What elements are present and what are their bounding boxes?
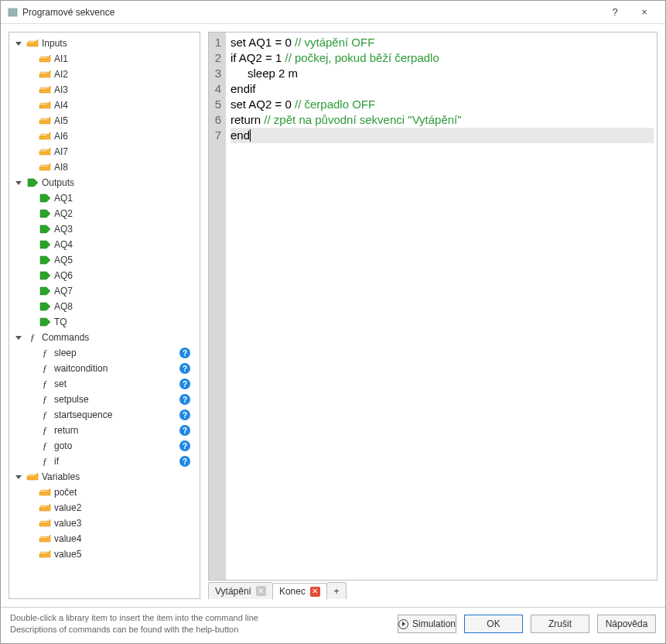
tree-item-label: return — [54, 425, 78, 436]
tree-item[interactable]: ƒgoto? — [9, 438, 200, 454]
sequence-tabs: Vytápění✕Konec✕+ — [208, 581, 657, 599]
tree-group-inputs[interactable]: Inputs — [9, 36, 200, 51]
code-line[interactable]: sleep 2 m — [231, 66, 654, 81]
folder-icon — [39, 84, 51, 95]
code-line[interactable]: endif — [231, 81, 654, 97]
code-line[interactable]: if AQ2 = 1 // počkej, pokud běží čerpadl… — [231, 50, 654, 66]
help-icon[interactable]: ? — [179, 363, 190, 374]
tree-item-label: AI8 — [54, 162, 68, 173]
function-icon: ƒ — [26, 331, 39, 344]
tree-item[interactable]: AQ5 — [9, 252, 200, 268]
tree-item[interactable]: AI5 — [9, 113, 200, 128]
tree-item[interactable]: value4 — [9, 531, 200, 546]
tree-item[interactable]: TQ — [9, 314, 200, 330]
sequence-tab[interactable]: Konec✕ — [272, 583, 327, 600]
tree-group-outputs[interactable]: Outputs — [9, 175, 200, 190]
help-icon[interactable]: ? — [179, 440, 190, 451]
close-tab-icon[interactable]: ✕ — [310, 587, 320, 597]
tree-item-label: AQ2 — [54, 208, 73, 219]
help-icon[interactable]: ? — [179, 379, 190, 389]
code-editor[interactable]: 1234567 set AQ1 = 0 // vytápění OFFif AQ… — [208, 32, 657, 581]
output-icon — [39, 224, 51, 235]
line-number: 4 — [213, 81, 221, 97]
folder-icon — [39, 518, 51, 529]
tree-item[interactable]: AI1 — [9, 51, 200, 67]
folder-icon — [39, 115, 51, 126]
line-number: 6 — [213, 112, 221, 128]
expander-icon[interactable] — [14, 333, 23, 342]
folder-icon — [39, 131, 51, 142]
svg-marker-16 — [39, 134, 48, 136]
close-tab-icon[interactable]: ✕ — [256, 586, 266, 596]
tree-group-commands[interactable]: ƒCommands — [9, 330, 200, 345]
library-tree[interactable]: InputsAI1AI2AI3AI4AI5AI6AI7AI8OutputsAQ1… — [9, 32, 200, 599]
tree-item[interactable]: ƒreturn? — [9, 423, 200, 438]
add-tab-button[interactable]: + — [326, 582, 347, 599]
svg-marker-8 — [39, 72, 48, 74]
folder-icon — [39, 549, 51, 560]
tree-item[interactable]: AQ2 — [9, 206, 200, 221]
help-icon[interactable]: ? — [179, 425, 190, 436]
tree-item-label: waitcondition — [54, 363, 108, 374]
tree-item-label: AI6 — [54, 131, 68, 142]
tree-item[interactable]: AQ4 — [9, 237, 200, 252]
code-comment: // počkej, pokud běží čerpadlo — [285, 50, 439, 66]
sequence-tab[interactable]: Vytápění✕ — [208, 582, 273, 599]
editor-wrap: 1234567 set AQ1 = 0 // vytápění OFFif AQ… — [208, 32, 657, 599]
function-icon: ƒ — [39, 378, 51, 390]
svg-marker-12 — [39, 103, 48, 105]
code-line[interactable]: set AQ2 = 0 // čerpadlo OFF — [231, 97, 654, 112]
help-icon[interactable]: ? — [179, 348, 190, 358]
tab-label: + — [333, 586, 339, 597]
expander-icon[interactable] — [14, 39, 23, 48]
tree-item[interactable]: AI7 — [9, 144, 200, 159]
tree-item[interactable]: value3 — [9, 516, 200, 531]
tree-item[interactable]: AI6 — [9, 128, 200, 144]
ok-button[interactable]: OK — [464, 615, 523, 633]
help-icon[interactable]: ? — [179, 409, 190, 420]
tree-item[interactable]: ƒstartsequence? — [9, 407, 200, 423]
close-button[interactable]: × — [630, 1, 659, 24]
tree-item[interactable]: počet — [9, 485, 200, 500]
tree-item[interactable]: ƒset? — [9, 376, 200, 392]
output-icon — [39, 317, 51, 327]
tree-item[interactable]: AQ1 — [9, 190, 200, 206]
tree-group-variables[interactable]: Variables — [9, 469, 200, 485]
help-icon[interactable]: ? — [179, 394, 190, 405]
help-button[interactable]: ? — [600, 1, 630, 24]
tree-item-label: value3 — [54, 518, 81, 529]
tree-item[interactable]: ƒsetpulse? — [9, 392, 200, 407]
titlebar: Programové sekvence ? × — [1, 1, 665, 24]
svg-rect-0 — [9, 9, 11, 16]
tree-item[interactable]: ƒif? — [9, 454, 200, 469]
code-line[interactable]: end — [231, 128, 654, 143]
tree-item[interactable]: AQ7 — [9, 283, 200, 299]
function-icon: ƒ — [39, 455, 51, 468]
cancel-button[interactable]: Zrušit — [531, 615, 589, 633]
tree-item[interactable]: AQ8 — [9, 299, 200, 314]
simulation-button[interactable]: Simulation — [398, 615, 456, 633]
tree-item[interactable]: AQ6 — [9, 268, 200, 283]
code-area[interactable]: set AQ1 = 0 // vytápění OFFif AQ2 = 1 //… — [226, 33, 657, 580]
text-caret — [250, 129, 251, 142]
tree-item[interactable]: ƒwaitcondition? — [9, 361, 200, 376]
code-line[interactable]: return // zpět na původní sekvenci "Vytá… — [231, 112, 654, 128]
tree-item[interactable]: value5 — [9, 546, 200, 562]
tree-item[interactable]: ƒsleep? — [9, 345, 200, 361]
tree-item[interactable]: AI4 — [9, 98, 200, 113]
code-line[interactable]: set AQ1 = 0 // vytápění OFF — [231, 35, 654, 50]
main-area: InputsAI1AI2AI3AI4AI5AI6AI7AI8OutputsAQ1… — [1, 24, 665, 607]
tree-item[interactable]: AQ3 — [9, 221, 200, 237]
tree-item[interactable]: AI2 — [9, 67, 200, 82]
tree-item-label: AQ1 — [54, 193, 73, 204]
help-icon[interactable]: ? — [179, 456, 190, 467]
tree-item[interactable]: AI8 — [9, 159, 200, 175]
expander-icon[interactable] — [14, 472, 23, 481]
tree-item[interactable]: value2 — [9, 500, 200, 516]
tree-item-label: AQ8 — [54, 301, 73, 312]
code-comment: // zpět na původní sekvenci "Vytápění" — [264, 112, 461, 128]
expander-icon[interactable] — [14, 178, 23, 187]
tree-item[interactable]: AI3 — [9, 82, 200, 98]
help-footer-button[interactable]: Nápověda — [597, 615, 656, 633]
svg-marker-29 — [40, 303, 50, 310]
